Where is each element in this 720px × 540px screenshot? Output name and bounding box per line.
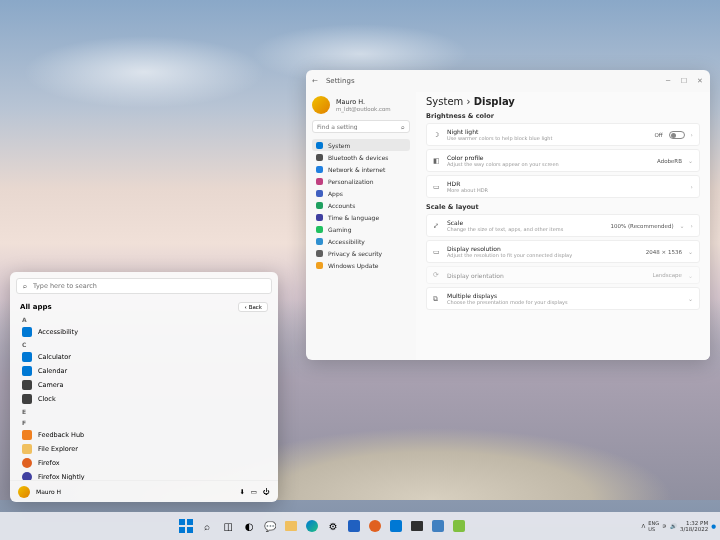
- scale-row[interactable]: ⤢ ScaleChange the size of text, apps, an…: [426, 214, 700, 237]
- user-name: Mauro H.: [336, 98, 391, 106]
- letter-header-e[interactable]: E: [18, 406, 270, 417]
- user-profile[interactable]: Mauro H. m_ldt@outlook.com: [312, 96, 410, 114]
- nav-icon: [316, 202, 323, 209]
- nav-item-time-language[interactable]: Time & language: [312, 211, 410, 223]
- letter-header-c[interactable]: C: [18, 339, 270, 350]
- taskbar: ⌕ ◫ ◐ 💬 ⚙ ᐱ ENGUS ⚞ 🔊 1:32 PM 3/18/2022 …: [0, 512, 720, 540]
- user-email: m_ldt@outlook.com: [336, 106, 391, 112]
- chevron-right-icon: ›: [691, 222, 693, 229]
- nav-item-apps[interactable]: Apps: [312, 187, 410, 199]
- start-search[interactable]: ⌕: [16, 278, 272, 294]
- nav-icon: [316, 238, 323, 245]
- nav-item-privacy-security[interactable]: Privacy & security: [312, 247, 410, 259]
- language-indicator[interactable]: ENGUS: [648, 520, 659, 532]
- nav-item-personalization[interactable]: Personalization: [312, 175, 410, 187]
- power-icon[interactable]: ⏻: [263, 488, 270, 496]
- nav-item-gaming[interactable]: Gaming: [312, 223, 410, 235]
- nav-item-bluetooth-devices[interactable]: Bluetooth & devices: [312, 151, 410, 163]
- chat-button[interactable]: 💬: [261, 517, 279, 535]
- tray-chevron-icon[interactable]: ᐱ: [642, 523, 646, 529]
- system-tray[interactable]: ᐱ ENGUS ⚞ 🔊 1:32 PM 3/18/2022 ●: [642, 520, 717, 532]
- chevron-down-icon: ⌄: [688, 157, 693, 164]
- settings-search-input[interactable]: [317, 123, 397, 130]
- app-firefox[interactable]: Firefox: [18, 456, 270, 470]
- nav-item-system[interactable]: System: [312, 139, 410, 151]
- wifi-icon[interactable]: ⚞: [662, 523, 667, 529]
- color-profile-row[interactable]: ◧ Color profileAdjust the way colors app…: [426, 149, 700, 172]
- footer-user-name[interactable]: Mauro H: [36, 488, 233, 495]
- hdr-icon: ▭: [433, 183, 441, 191]
- svg-rect-2: [179, 527, 185, 533]
- taskbar-clock[interactable]: 1:32 PM 3/18/2022: [680, 520, 708, 532]
- feedback-hub-icon: [22, 430, 32, 440]
- app-firefox-nightly[interactable]: Firefox Nightly: [18, 470, 270, 480]
- notifications-icon[interactable]: ●: [711, 523, 716, 529]
- app-accessibility[interactable]: Accessibility: [18, 325, 270, 339]
- nav-item-windows-update[interactable]: Windows Update: [312, 259, 410, 271]
- settings-button[interactable]: ⚙: [324, 517, 342, 535]
- letter-header-f[interactable]: F: [18, 417, 270, 428]
- start-button[interactable]: [177, 517, 195, 535]
- night-light-row[interactable]: ☽ Night lightUse warmer colors to help b…: [426, 123, 700, 146]
- app-button[interactable]: [429, 517, 447, 535]
- app-calendar[interactable]: Calendar: [18, 364, 270, 378]
- nav-icon: [316, 262, 323, 269]
- app-button-2[interactable]: [450, 517, 468, 535]
- minimize-button[interactable]: ─: [664, 77, 672, 85]
- avatar-icon[interactable]: [18, 486, 30, 498]
- settings-search[interactable]: ⌕: [312, 120, 410, 133]
- search-button[interactable]: ⌕: [198, 517, 216, 535]
- hdr-row[interactable]: ▭ HDRMore about HDR ›: [426, 175, 700, 198]
- chevron-down-icon: ⌄: [688, 248, 693, 255]
- color-profile-icon: ◧: [433, 157, 441, 165]
- letter-header-a[interactable]: A: [18, 314, 270, 325]
- app-clock[interactable]: Clock: [18, 392, 270, 406]
- close-button[interactable]: ✕: [696, 77, 704, 85]
- nav-item-network-internet[interactable]: Network & internet: [312, 163, 410, 175]
- breadcrumb-parent[interactable]: System: [426, 96, 463, 107]
- chevron-down-icon: ⌄: [688, 272, 693, 279]
- terminal-button[interactable]: [408, 517, 426, 535]
- accessibility-icon: [22, 327, 32, 337]
- back-arrow-icon[interactable]: ←: [312, 77, 318, 85]
- search-icon: ⌕: [401, 123, 405, 130]
- breadcrumb: System › Display: [426, 96, 700, 107]
- resolution-row[interactable]: ▭ Display resolutionAdjust the resolutio…: [426, 240, 700, 263]
- night-light-toggle[interactable]: [669, 131, 685, 139]
- app-file-explorer[interactable]: File Explorer: [18, 442, 270, 456]
- night-light-icon: ☽: [433, 131, 441, 139]
- nav-icon: [316, 226, 323, 233]
- nav-icon: [316, 178, 323, 185]
- app-list[interactable]: A Accessibility C Calculator Calendar Ca…: [10, 314, 278, 480]
- resolution-icon: ▭: [433, 248, 441, 256]
- multiple-displays-row[interactable]: ⧉ Multiple displaysChoose the presentati…: [426, 287, 700, 310]
- downloads-icon[interactable]: ⬇: [239, 488, 244, 496]
- all-apps-header: All apps: [20, 303, 52, 311]
- documents-icon[interactable]: ▭: [251, 488, 257, 496]
- nav-icon: [316, 142, 323, 149]
- edge-button[interactable]: [303, 517, 321, 535]
- file-explorer-button[interactable]: [282, 517, 300, 535]
- orientation-icon: ⟳: [433, 271, 441, 279]
- app-feedback-hub[interactable]: Feedback Hub: [18, 428, 270, 442]
- maximize-button[interactable]: ☐: [680, 77, 688, 85]
- chevron-down-icon: ⌄: [688, 295, 693, 302]
- firefox-nightly-icon: [22, 472, 32, 480]
- nav-icon: [316, 190, 323, 197]
- nav-item-accounts[interactable]: Accounts: [312, 199, 410, 211]
- firefox-button[interactable]: [366, 517, 384, 535]
- back-button[interactable]: ‹ Back: [238, 302, 268, 312]
- widgets-button[interactable]: ◐: [240, 517, 258, 535]
- nav-item-accessibility[interactable]: Accessibility: [312, 235, 410, 247]
- app-calculator[interactable]: Calculator: [18, 350, 270, 364]
- word-button[interactable]: [345, 517, 363, 535]
- app-camera[interactable]: Camera: [18, 378, 270, 392]
- start-search-input[interactable]: [33, 282, 265, 290]
- vscode-button[interactable]: [387, 517, 405, 535]
- nav-icon: [316, 214, 323, 221]
- volume-icon[interactable]: 🔊: [670, 523, 677, 529]
- scale-icon: ⤢: [433, 222, 441, 230]
- settings-titlebar: ← Settings ─ ☐ ✕: [306, 70, 710, 92]
- task-view-button[interactable]: ◫: [219, 517, 237, 535]
- settings-main: System › Display Brightness & color ☽ Ni…: [416, 92, 710, 360]
